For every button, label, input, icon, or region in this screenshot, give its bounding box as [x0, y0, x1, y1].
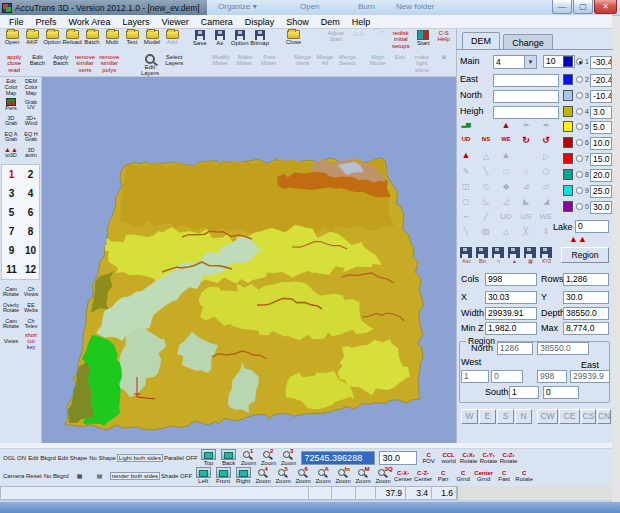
tool-bitmap[interactable]: Bitmap: [250, 30, 270, 46]
band-radio-8[interactable]: [576, 171, 583, 178]
band-radio-0[interactable]: [576, 203, 583, 210]
color-swatch-8[interactable]: [563, 169, 573, 180]
menu-camera[interactable]: Camera: [196, 17, 238, 27]
region-button-cn[interactable]: CN: [597, 409, 611, 424]
region-north-coord-field[interactable]: 38550.0: [537, 342, 589, 355]
dem-tool-icon[interactable]: ○: [519, 166, 533, 178]
band-radio-6[interactable]: [576, 139, 583, 146]
cam-c-z-center[interactable]: C-Z-Center: [413, 470, 433, 483]
dem-tool-icon[interactable]: △: [499, 226, 513, 238]
layer-number-4[interactable]: 4: [21, 184, 40, 203]
dem-tool-icon[interactable]: ◆: [499, 181, 513, 193]
band-radio-7[interactable]: [576, 155, 583, 162]
band-value-3[interactable]: -10.4: [590, 90, 612, 103]
dem-tool-icon[interactable]: ╲: [459, 226, 473, 238]
band-radio-3[interactable]: [576, 92, 583, 99]
region-east-coord-field[interactable]: 29939.9: [570, 370, 610, 383]
layer-number-10[interactable]: 10: [21, 241, 40, 260]
dem-tool-icon[interactable]: NS: [479, 136, 493, 148]
dem-tool-icon[interactable]: WE: [539, 211, 553, 223]
cam-c-z-rotate[interactable]: C‹Z›Rotate: [499, 452, 519, 465]
cam-camera-reset[interactable]: Camera Reset: [2, 473, 43, 479]
dem-tool-icon[interactable]: ▲: [499, 151, 513, 163]
dem-tool-icon[interactable]: ◣: [519, 196, 533, 208]
layer-number-3[interactable]: 3: [2, 184, 21, 203]
cam-back[interactable]: Back: [219, 449, 239, 466]
region-button-ce[interactable]: CE: [559, 409, 580, 424]
menu-viewer[interactable]: Viewer: [156, 17, 193, 27]
dem-tool-icon[interactable]: UD: [499, 211, 513, 223]
cam-c-grnd[interactable]: CGrnd: [453, 470, 473, 483]
dem-tool-icon[interactable]: US: [519, 211, 533, 223]
band-value-1[interactable]: -30.4: [590, 56, 612, 69]
cam-c-rotate[interactable]: CRotate: [514, 470, 534, 483]
region-button-s[interactable]: S: [497, 409, 514, 424]
layer-number-12[interactable]: 12: [21, 260, 40, 279]
sidebar-item-dem-color-map[interactable]: DEM Color Map: [21, 78, 41, 97]
heigh-field[interactable]: [493, 106, 559, 119]
region-button-cs[interactable]: CS: [581, 409, 596, 424]
tool-text[interactable]: Text: [122, 30, 142, 45]
tool-select-layers[interactable]: Select Layers: [162, 54, 186, 67]
layer-number-11[interactable]: 11: [2, 260, 21, 279]
dem-tool-icon[interactable]: ⬡: [539, 166, 553, 178]
explorer-item[interactable]: Open: [300, 2, 320, 11]
layer-number-6[interactable]: 6: [21, 203, 40, 222]
cam-zoomm[interactable]: MZoom: [353, 468, 373, 484]
dem-tool-icon[interactable]: ↻: [519, 136, 533, 148]
dem-tool-icon[interactable]: □: [499, 166, 513, 178]
camera-angle-field[interactable]: 30.0: [379, 451, 417, 465]
region-south-coord-field[interactable]: 0: [543, 386, 579, 399]
color-swatch-9[interactable]: [563, 185, 573, 196]
dem-tool-icon[interactable]: ◿: [499, 196, 513, 208]
cam-c-fast[interactable]: CFast: [494, 470, 514, 483]
dem-tool-icon[interactable]: ▨: [479, 226, 493, 238]
color-swatch-5[interactable]: [563, 121, 573, 132]
region-east-col-field[interactable]: 998: [537, 370, 567, 383]
maximize-button[interactable]: ▢: [573, 0, 593, 14]
save-icon-XYZ[interactable]: XYZ: [540, 247, 553, 260]
viewport-3d[interactable]: [42, 77, 456, 443]
save-icon-▲[interactable]: ▲: [508, 247, 521, 260]
tool-save[interactable]: Save: [190, 30, 210, 46]
menu-display[interactable]: Display: [240, 17, 280, 27]
band-value-9[interactable]: 25.0: [590, 185, 612, 198]
explorer-item[interactable]: Organize ▾: [218, 2, 257, 11]
region-button-cw[interactable]: CW: [537, 409, 558, 424]
region-button-e[interactable]: E: [479, 409, 496, 424]
region-button[interactable]: Region: [561, 247, 609, 263]
dem-tool-icon[interactable]: ☂: [519, 121, 533, 133]
region-west-coord-field[interactable]: 0: [491, 370, 523, 383]
tool-multi[interactable]: Multi: [102, 30, 122, 45]
tool-akf[interactable]: AKF: [22, 30, 42, 45]
x-field[interactable]: 30.03: [485, 291, 537, 304]
y-field[interactable]: 30.0: [563, 291, 609, 304]
tool-c-s-help[interactable]: C-S Help: [433, 30, 454, 43]
layer-number-1[interactable]: 1: [2, 165, 21, 184]
color-swatch-1[interactable]: [563, 56, 573, 67]
depth-field[interactable]: 38550.0: [563, 307, 609, 320]
region-south-row-field[interactable]: 1: [509, 386, 539, 399]
menu-show[interactable]: Show: [281, 17, 314, 27]
cam-zoom2[interactable]: 2Zoom: [259, 450, 279, 466]
dem-tool-icon[interactable]: ▲: [459, 151, 473, 163]
color-swatch-0[interactable]: [563, 201, 573, 212]
band-value-8[interactable]: 20.0: [590, 169, 612, 182]
sidebar-item-pers[interactable]: Pers: [1, 97, 21, 113]
dem-tool-icon[interactable]: ▱: [539, 181, 553, 193]
cam-c-pan[interactable]: CPan: [433, 470, 453, 483]
cam-zoom3[interactable]: 3Zoom: [279, 450, 299, 466]
cam-c-y-rotate[interactable]: C‹Y›Rotate: [479, 452, 499, 465]
region-north-row-field[interactable]: 1286: [497, 342, 533, 355]
layer-number-8[interactable]: 8: [21, 222, 40, 241]
menu-help[interactable]: Help: [347, 17, 376, 27]
dem-tool-icon[interactable]: WE: [499, 136, 513, 148]
dem-tool-icon[interactable]: ◢: [539, 196, 553, 208]
cam-zoomin[interactable]: InZoom: [333, 468, 353, 484]
dem-tool-icon[interactable]: ╳: [519, 226, 533, 238]
menu-prefs[interactable]: Prefs: [31, 17, 62, 27]
color-swatch-4[interactable]: [563, 106, 573, 117]
band-value-5[interactable]: 5.0: [590, 121, 612, 134]
band-radio-5[interactable]: [576, 123, 583, 130]
cam-right[interactable]: Right: [233, 467, 253, 484]
